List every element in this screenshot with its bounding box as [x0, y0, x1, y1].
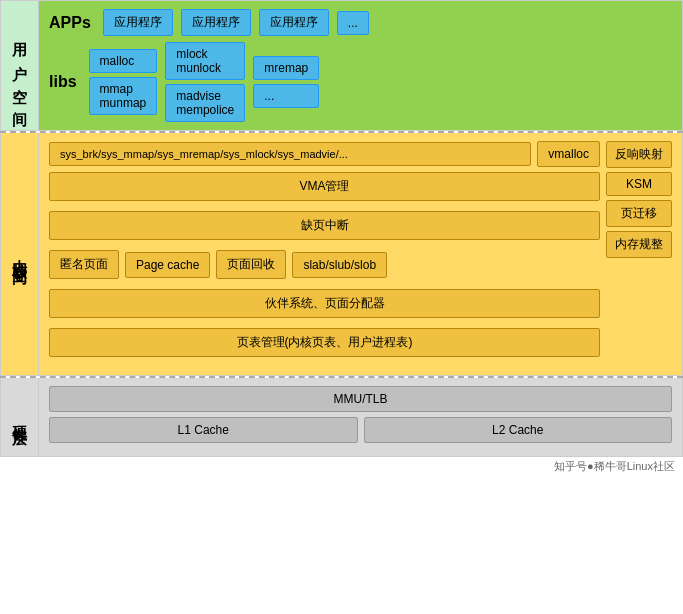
kernel-space-layer: 内核空间 sys_brk/sys_mmap/sys_mremap/sys_mlo…	[0, 133, 683, 376]
libs-col-3: mremap ...	[253, 56, 319, 108]
right-stack: 反响映射 KSM 页迁移 内存规整	[606, 141, 672, 258]
hardware-layer: 硬件层 MMU/TLB L1 Cache L2 Cache	[0, 378, 683, 457]
libs-section: libs malloc mmapmunmap mlockmunlock madv…	[49, 42, 672, 122]
mmu-row: MMU/TLB	[49, 386, 672, 412]
hardware-label: 硬件层	[1, 378, 39, 456]
page-reclaim-box: 页面回收	[216, 250, 286, 279]
slab-box: slab/slub/slob	[292, 252, 387, 278]
lib-madvise: madvisemempolice	[165, 84, 245, 122]
cache-row: L1 Cache L2 Cache	[49, 417, 672, 443]
l2-cache-box: L2 Cache	[364, 417, 673, 443]
lib-mlock: mlockmunlock	[165, 42, 245, 80]
page-types-row: 匿名页面 Page cache 页面回收 slab/slub/slob	[49, 250, 600, 279]
page-table-box: 页表管理(内核页表、用户进程表)	[49, 328, 600, 357]
vma-box: VMA管理	[49, 172, 600, 201]
hardware-content: MMU/TLB L1 Cache L2 Cache	[39, 378, 682, 456]
app-box-2: 应用程序	[181, 9, 251, 36]
memory-compact-box: 内存规整	[606, 231, 672, 258]
buddy-row: 伙伴系统、页面分配器	[49, 289, 600, 318]
libs-title: libs	[49, 73, 77, 91]
ksm-box: KSM	[606, 172, 672, 196]
lib-mremap: mremap	[253, 56, 319, 80]
page-migration-box: 页迁移	[606, 200, 672, 227]
libs-col-2: mlockmunlock madvisemempolice	[165, 42, 245, 122]
buddy-box: 伙伴系统、页面分配器	[49, 289, 600, 318]
page-table-row: 页表管理(内核页表、用户进程表)	[49, 328, 600, 357]
reverse-mapping-box: 反响映射	[606, 141, 672, 168]
app-box-4: ...	[337, 11, 369, 35]
app-box-1: 应用程序	[103, 9, 173, 36]
vma-row: VMA管理	[49, 172, 600, 201]
app-box-3: 应用程序	[259, 9, 329, 36]
watermark: 知乎号●稀牛哥Linux社区	[0, 457, 683, 476]
lib-mmap: mmapmunmap	[89, 77, 158, 115]
diagram-wrapper: 用 户 空 间 APPs 应用程序 应用程序 应用程序 ... libs mal…	[0, 0, 683, 476]
apps-row: APPs 应用程序 应用程序 应用程序 ...	[49, 9, 672, 36]
kernel-space-label: 内核空间	[1, 133, 39, 375]
vmalloc-box: vmalloc	[537, 141, 600, 167]
syscall-box: sys_brk/sys_mmap/sys_mremap/sys_mlock/sy…	[49, 142, 531, 166]
mmu-box: MMU/TLB	[49, 386, 672, 412]
anon-page-box: 匿名页面	[49, 250, 119, 279]
libs-col-1: malloc mmapmunmap	[89, 49, 158, 115]
user-space-label: 用 户 空 间	[1, 1, 39, 130]
lib-dots: ...	[253, 84, 319, 108]
page-fault-box: 缺页中断	[49, 211, 600, 240]
apps-title: APPs	[49, 14, 91, 32]
page-fault-row: 缺页中断	[49, 211, 600, 240]
l1-cache-box: L1 Cache	[49, 417, 358, 443]
user-space-layer: 用 户 空 间 APPs 应用程序 应用程序 应用程序 ... libs mal…	[0, 0, 683, 131]
lib-malloc: malloc	[89, 49, 158, 73]
user-space-content: APPs 应用程序 应用程序 应用程序 ... libs malloc mmap…	[39, 1, 682, 130]
page-cache-box: Page cache	[125, 252, 210, 278]
kernel-space-content: sys_brk/sys_mmap/sys_mremap/sys_mlock/sy…	[39, 133, 682, 375]
